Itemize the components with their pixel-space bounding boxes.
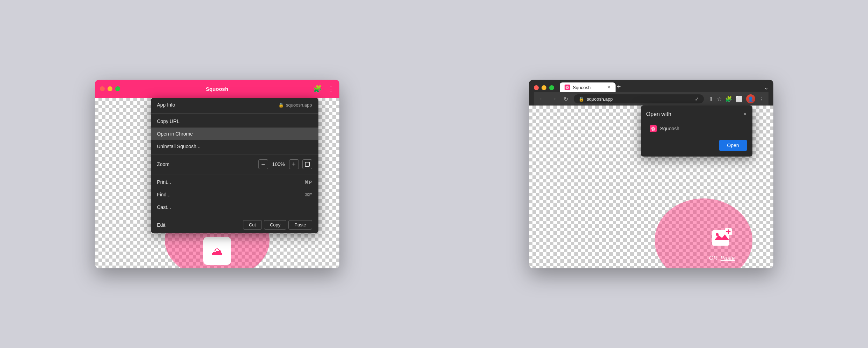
menu-item-uninstall[interactable]: Uninstall Squoosh... (151, 140, 318, 153)
menu-item-find[interactable]: Find... ⌘F (151, 188, 318, 201)
browser-actions: ⬆ ☆ 🧩 ⬜ 👤 ⋮ (709, 94, 764, 103)
extensions-icon[interactable]: 🧩 (725, 96, 732, 102)
chrome-tabs-row: 🌸 Squoosh ✕ + ⌄ (534, 82, 768, 92)
squoosh-upload-area: OR Paste (709, 227, 735, 261)
app-info-right: 🔒 squoosh.app (278, 102, 312, 108)
menu-item-open-chrome[interactable]: Open in Chrome (151, 128, 318, 140)
or-paste-text: OR Paste (709, 255, 735, 261)
edit-buttons: Cut Copy Paste (243, 220, 312, 230)
cast-label: Cast... (157, 204, 171, 210)
edit-label: Edit (157, 222, 165, 228)
divider-4 (151, 215, 318, 215)
tab-close-icon[interactable]: ✕ (607, 85, 611, 90)
tab-favicon: 🌸 (565, 85, 570, 90)
zoom-value: 100% (272, 161, 286, 167)
chrome-close-button[interactable] (534, 85, 539, 90)
chrome-traffic-lights (534, 85, 554, 90)
pwa-titlebar: Squoosh 🧩 ⋮ (95, 80, 339, 98)
divider-1 (151, 113, 318, 114)
paste-button[interactable]: Paste (288, 220, 312, 230)
right-window-chrome: 🌸 Squoosh ✕ + ⌄ ← → ↻ 🔒 squoosh.app ⤢ ⬆ … (529, 80, 773, 268)
split-view-icon[interactable]: ⬜ (736, 96, 743, 102)
new-tab-button[interactable]: + (617, 83, 621, 91)
copy-url-label: Copy URL (157, 118, 180, 124)
open-with-popup: Open with × 🌸 Squoosh Open (641, 106, 752, 157)
paste-link[interactable]: Paste (721, 255, 735, 261)
print-shortcut: ⌘P (304, 180, 312, 185)
squoosh-favicon: 🌸 (650, 125, 657, 132)
address-bar[interactable]: 🔒 squoosh.app ⤢ (574, 94, 704, 103)
traffic-lights (100, 86, 120, 91)
popup-actions: Open (646, 140, 747, 151)
zoom-controls: − 100% + (258, 159, 312, 169)
bookmark-icon[interactable]: ☆ (717, 96, 722, 102)
chrome-addressbar: ← → ↻ 🔒 squoosh.app ⤢ ⬆ ☆ 🧩 ⬜ 👤 ⋮ (534, 92, 768, 106)
zoom-label: Zoom (157, 161, 170, 167)
squoosh-blob-right (655, 198, 752, 268)
menu-item-cast[interactable]: Cast... (151, 201, 318, 213)
fullscreen-icon (305, 162, 310, 167)
chrome-titlebar: 🌸 Squoosh ✕ + ⌄ ← → ↻ 🔒 squoosh.app ⤢ ⬆ … (529, 80, 773, 106)
avatar-image: 👤 (746, 94, 755, 103)
chrome-tab-squoosh[interactable]: 🌸 Squoosh ✕ (560, 82, 616, 92)
open-in-new-tab-icon[interactable]: ⤢ (695, 96, 699, 102)
forward-button[interactable]: → (550, 95, 558, 103)
find-shortcut: ⌘F (305, 192, 312, 197)
divider-3 (151, 174, 318, 174)
squoosh-logo-icon: ⛰ (212, 245, 223, 258)
left-window-pwa: Squoosh 🧩 ⋮ ⛰ App Info 🔒 squoosh.app (95, 80, 339, 268)
chrome-minimize-button[interactable] (542, 85, 546, 90)
address-url: squoosh.app (587, 96, 613, 102)
open-chrome-label: Open in Chrome (157, 131, 193, 137)
squoosh-app-name: Squoosh (660, 126, 679, 131)
find-label: Find... (157, 192, 171, 197)
pwa-title: Squoosh (206, 86, 228, 92)
context-menu: App Info 🔒 squoosh.app Copy URL Open in … (151, 98, 318, 233)
menu-item-zoom: Zoom − 100% + (151, 156, 318, 173)
chrome-more-icon[interactable]: ⋮ (759, 96, 764, 102)
chrome-maximize-button[interactable] (549, 85, 554, 90)
popup-header: Open with × (646, 111, 747, 117)
popup-title: Open with (646, 111, 671, 117)
app-info-label: App Info (157, 102, 175, 108)
divider-2 (151, 154, 318, 154)
popup-close-button[interactable]: × (743, 111, 746, 117)
popup-app-squoosh[interactable]: 🌸 Squoosh (646, 122, 747, 135)
app-url: squoosh.app (286, 102, 312, 108)
reload-button[interactable]: ↻ (562, 95, 570, 103)
chrome-content: Open with × 🌸 Squoosh Open (529, 106, 773, 268)
minimize-button[interactable] (108, 86, 112, 91)
zoom-out-button[interactable]: − (258, 159, 268, 169)
zoom-in-button[interactable]: + (289, 159, 299, 169)
zoom-fullscreen-button[interactable] (302, 159, 312, 169)
share-icon[interactable]: ⬆ (709, 96, 713, 102)
cut-button[interactable]: Cut (243, 220, 262, 230)
pwa-toolbar-icons: 🧩 ⋮ (313, 85, 334, 93)
or-text: OR (709, 255, 718, 261)
user-avatar[interactable]: 👤 (746, 94, 755, 103)
extensions-icon[interactable]: 🧩 (313, 85, 322, 93)
squoosh-logo-container: ⛰ (203, 237, 231, 265)
open-button[interactable]: Open (719, 140, 746, 151)
back-button[interactable]: ← (538, 95, 546, 103)
menu-item-print[interactable]: Print... ⌘P (151, 176, 318, 188)
close-button[interactable] (100, 86, 105, 91)
address-lock-icon: 🔒 (579, 96, 584, 102)
more-options-icon[interactable]: ⋮ (328, 85, 334, 93)
menu-item-app-info[interactable]: App Info 🔒 squoosh.app (151, 98, 318, 112)
print-label: Print... (157, 179, 171, 185)
uninstall-label: Uninstall Squoosh... (157, 144, 201, 149)
tab-label: Squoosh (573, 85, 591, 90)
copy-button[interactable]: Copy (264, 220, 286, 230)
pwa-content: ⛰ App Info 🔒 squoosh.app Copy URL Open i… (95, 98, 339, 268)
menu-item-copy-url[interactable]: Copy URL (151, 115, 318, 128)
svg-point-2 (716, 233, 719, 236)
lock-icon: 🔒 (278, 102, 284, 108)
maximize-button[interactable] (115, 86, 120, 91)
tab-chevron-icon[interactable]: ⌄ (764, 84, 768, 91)
menu-item-edit: Edit Cut Copy Paste (151, 217, 318, 233)
upload-icon (712, 227, 733, 252)
